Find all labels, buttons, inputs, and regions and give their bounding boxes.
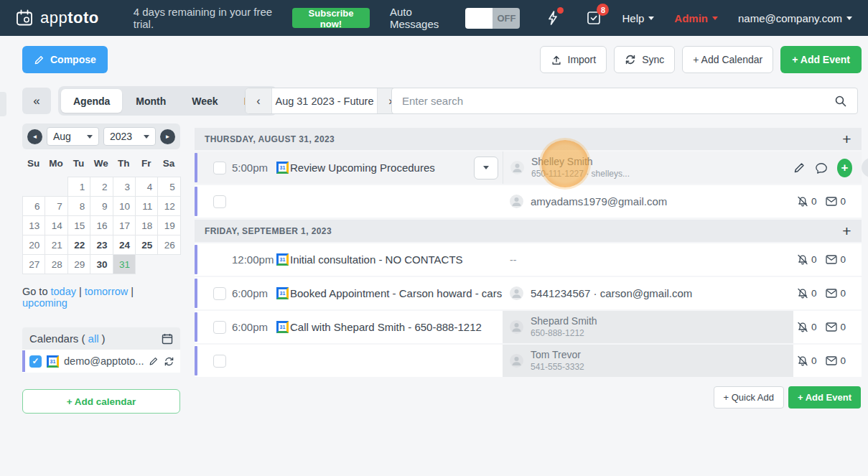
mini-calendar-day-17[interactable]: 17	[113, 215, 136, 235]
goto-today-link[interactable]: today	[51, 286, 76, 297]
mini-calendar-day-6[interactable]: 6	[22, 196, 45, 216]
admin-menu[interactable]: Admin	[674, 12, 718, 24]
event-row-review-upcoming-procedures[interactable]: 5:00pm 31 Review Upcoming Procedures She…	[195, 151, 862, 184]
event-row-call-with-shepard[interactable]: 6:00pm 31 Call with Shepard Smith - 650-…	[195, 311, 862, 343]
mini-calendar-day-14[interactable]: 14	[45, 215, 67, 235]
add-event-footer-button[interactable]: + Add Event	[788, 386, 861, 409]
add-calendar-button[interactable]: + Add Calendar	[682, 46, 773, 73]
account-menu[interactable]: name@company.com	[738, 12, 852, 24]
event-contact-cell[interactable]: amyadams1979@gmail.com	[503, 185, 793, 218]
event-color-bar	[195, 187, 197, 216]
tab-month[interactable]: Month	[123, 89, 178, 113]
mini-calendar-day-15[interactable]: 15	[67, 215, 90, 235]
apptoto-app: apptoto 4 days remaining in your free tr…	[0, 0, 868, 476]
import-button[interactable]: Import	[540, 46, 607, 73]
event-row-initial-consultation[interactable]: 12:00pm 31 Initial consultation - NO CON…	[195, 243, 862, 276]
mini-calendar-day-4[interactable]: 4	[135, 177, 158, 197]
add-calendar-sidebar-button[interactable]: + Add calendar	[22, 389, 180, 414]
event-checkbox[interactable]	[213, 287, 226, 300]
mini-calendar-day-25[interactable]: 25	[135, 235, 158, 255]
mini-calendar-day-9[interactable]: 9	[90, 196, 113, 216]
mini-calendar-day-8[interactable]: 8	[67, 196, 90, 216]
mini-calendar-day-27[interactable]: 27	[22, 254, 45, 274]
event-checkbox[interactable]	[213, 162, 226, 174]
goto-tomorrow-link[interactable]: tomorrow	[85, 286, 128, 297]
message-count: 0	[840, 288, 846, 299]
mark-as-dropdown[interactable]: Mark as	[862, 158, 868, 177]
mini-calendar-day-7[interactable]: 7	[45, 196, 67, 216]
search-input[interactable]	[392, 95, 824, 107]
event-contact-cell[interactable]: Shelley Smith 650-111-1227 · shelleys...	[503, 151, 793, 184]
mini-calendar-day-21[interactable]: 21	[45, 235, 67, 255]
message-count: 0	[840, 322, 846, 332]
date-range-label[interactable]: Aug 31 2023 - Future	[271, 88, 378, 113]
message-bubble-icon[interactable]	[815, 162, 828, 174]
mini-calendar-day-3[interactable]: 3	[113, 177, 136, 197]
mini-calendar-day-2[interactable]: 2	[90, 177, 113, 197]
event-row-booked-appointment[interactable]: 6:00pm 31 Booked Appointment - Carson ho…	[195, 277, 862, 309]
mini-calendar-day-5[interactable]: 5	[157, 177, 180, 197]
mini-calendar-day-26[interactable]: 26	[157, 235, 180, 255]
add-event-button[interactable]: + Add Event	[780, 46, 862, 73]
next-month-button[interactable]: ►	[160, 129, 175, 144]
event-contact-cell[interactable]: 5441234567 · carson@gmail.com	[503, 277, 793, 309]
calendar-icon[interactable]	[162, 333, 173, 345]
event-checkbox[interactable]	[213, 355, 226, 368]
sidebar-collapse-handle[interactable]	[0, 92, 6, 116]
mini-calendar-day-13[interactable]: 13	[22, 215, 45, 235]
add-event-to-day-icon[interactable]: +	[842, 223, 851, 238]
refresh-calendar-icon[interactable]	[164, 356, 174, 367]
agenda-list: THURSDAY, AUGUST 31, 2023 + 5:00pm 31 Re…	[195, 128, 862, 409]
month-select[interactable]: Aug	[47, 127, 99, 146]
event-contact-cell[interactable]: Tom Trevor 541-555-3332	[503, 345, 793, 377]
calendars-all-link[interactable]: all	[88, 332, 99, 345]
mini-calendar-day-19[interactable]: 19	[157, 215, 180, 235]
year-select[interactable]: 2023	[103, 127, 156, 146]
event-row-amyadams[interactable]: amyadams1979@gmail.com 0	[195, 185, 862, 218]
mini-calendar-day-11[interactable]: 11	[135, 196, 158, 216]
tab-week[interactable]: Week	[179, 89, 230, 113]
mini-calendar-day-16[interactable]: 16	[90, 215, 113, 235]
event-color-bar	[195, 312, 197, 342]
calendar-list-item[interactable]: ✓ 31 demo@apptoto....	[22, 350, 180, 373]
mini-calendar-day-31[interactable]: 31	[113, 254, 136, 274]
sync-button[interactable]: Sync	[614, 46, 675, 73]
calendar-checkbox[interactable]: ✓	[29, 355, 42, 368]
add-contact-button[interactable]: +	[837, 159, 852, 177]
mini-calendar-day-18[interactable]: 18	[135, 215, 158, 235]
apptoto-logo[interactable]: apptoto	[16, 9, 99, 27]
help-menu[interactable]: Help	[622, 12, 654, 24]
edit-event-icon[interactable]	[793, 162, 806, 174]
mini-calendar-day-23[interactable]: 23	[90, 235, 113, 255]
mini-calendar-day-20[interactable]: 20	[22, 235, 45, 255]
mini-calendar-day-29[interactable]: 29	[67, 254, 90, 274]
mini-calendar-day-24[interactable]: 24	[113, 235, 136, 255]
compose-button[interactable]: Compose	[22, 46, 108, 73]
mini-calendar-day-30[interactable]: 30	[90, 254, 113, 274]
prev-range-button[interactable]: ‹	[246, 88, 271, 113]
auto-messages-toggle[interactable]: OFF	[465, 8, 520, 29]
mini-calendar-day-1[interactable]: 1	[67, 177, 90, 197]
collapse-panel-button[interactable]: «	[22, 88, 51, 114]
mini-calendar-day-22[interactable]: 22	[67, 235, 90, 255]
prev-month-button[interactable]: ◄	[27, 129, 42, 144]
mini-calendar-day-12[interactable]: 12	[157, 196, 180, 216]
contact-detail: 650-111-1227 · shelleys...	[531, 169, 630, 179]
subscribe-now-button[interactable]: Subscribe now!	[292, 8, 370, 28]
edit-calendar-icon[interactable]	[149, 356, 159, 366]
search-button[interactable]	[824, 88, 857, 113]
add-event-to-day-icon[interactable]: +	[842, 131, 851, 146]
event-row-tom-trevor[interactable]: Tom Trevor 541-555-3332 0	[195, 345, 862, 377]
mini-calendar-day-10[interactable]: 10	[113, 196, 136, 216]
mini-calendar-day-28[interactable]: 28	[45, 254, 67, 274]
chevron-down-icon	[846, 17, 852, 20]
quick-add-button[interactable]: + Quick Add	[714, 386, 784, 409]
tab-agenda[interactable]: Agenda	[61, 89, 122, 113]
event-checkbox[interactable]	[213, 195, 226, 208]
event-contact-cell[interactable]: Shepard Smith 650-888-1212	[503, 311, 793, 343]
activity-bolt-icon[interactable]	[546, 10, 560, 26]
tasks-icon[interactable]: 8	[586, 10, 602, 26]
event-checkbox[interactable]	[213, 321, 226, 334]
goto-upcoming-link[interactable]: upcoming	[22, 297, 67, 309]
event-dropdown-button[interactable]	[474, 157, 498, 179]
